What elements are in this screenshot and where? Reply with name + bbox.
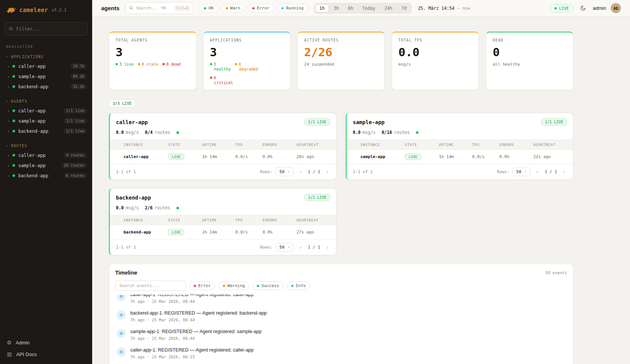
state-badge: LIVE <box>405 154 421 160</box>
sidebar-item-badge: 10.7k <box>70 63 87 69</box>
next-page-button[interactable]: › <box>323 168 332 176</box>
sidebar-item-badge: 6 routes <box>63 173 87 178</box>
stat-sub-word: healthy <box>210 67 231 71</box>
range-end: now <box>462 6 470 11</box>
avatar[interactable]: AD <box>611 3 621 13</box>
event-item[interactable]: ⚙ caller-app-1: REGISTERED — Agent regis… <box>115 295 567 307</box>
events-list[interactable]: ⚙ caller-app-1: REGISTERED — Agent regis… <box>115 295 567 364</box>
prev-page-button[interactable]: ‹ <box>296 243 305 252</box>
warning-dot <box>223 285 225 287</box>
sidebar-item-label: sample-app <box>18 163 58 168</box>
routes-value: 0/4 <box>145 130 153 135</box>
filter-chip-error[interactable]: Error <box>248 4 274 12</box>
instance-name: backend-app <box>120 225 165 240</box>
app-panel-metrics: 0.0msg/s 0/16routes <box>347 129 573 140</box>
sidebar-item-label: caller-app <box>18 153 60 158</box>
next-page-button[interactable]: › <box>323 243 332 252</box>
prev-page-button[interactable]: ‹ <box>533 168 542 176</box>
stat-label: TOTAL TPS <box>398 38 472 42</box>
tps-unit: msg/s <box>126 205 139 210</box>
rows-per-page-select[interactable]: 50 ▾ <box>276 243 293 252</box>
stat-value: 3 <box>210 46 284 58</box>
tps-unit: msg/s <box>363 130 376 135</box>
sidebar-item-agents-sample-app[interactable]: ▸ sample-app 1/1 live <box>0 116 92 126</box>
range-button-today[interactable]: Today <box>358 4 380 12</box>
column-header: ERRORS <box>496 140 530 150</box>
filter-chip-warn[interactable]: Warn <box>221 4 245 12</box>
dark-mode-toggle[interactable] <box>578 3 588 14</box>
sidebar-item-badge: 32.2k <box>70 84 87 89</box>
rows-per-page-value: 50 <box>279 169 284 174</box>
column-header: ERRORS <box>259 140 293 150</box>
sidebar-filter-input[interactable] <box>16 26 83 32</box>
rows-per-page-select[interactable]: 50 ▾ <box>513 167 530 176</box>
sidebar-item-agents-backend-app[interactable]: ▸ backend-app 1/1 live <box>0 126 92 136</box>
stat-value: 0 <box>493 46 567 58</box>
sidebar-item-agents-caller-app[interactable]: ▸ caller-app 1/1 live <box>0 106 92 116</box>
chevron-right-icon: ▸ <box>8 65 9 68</box>
main-area: agents Ctrl+K OK Warn Error Ru <box>92 0 630 364</box>
event-item[interactable]: ⚙ sample-app-1: REGISTERED — Agent regis… <box>115 326 567 344</box>
sidebar-section-applications: ▾ APPLICATIONS ▸ caller-app 10.7k ▸ samp… <box>0 53 92 92</box>
timeline-controls: Error Warning Success Info <box>115 281 567 291</box>
stat-sub-num: 0 <box>239 62 241 66</box>
chevron-down-icon: ▾ <box>288 246 290 249</box>
sidebar-item-applications-caller-app[interactable]: ▸ caller-app 10.7k <box>0 61 92 71</box>
stat-sub: 3 live <box>119 62 134 66</box>
global-search-input[interactable] <box>136 6 171 11</box>
event-filter-error[interactable]: Error <box>189 281 215 290</box>
sidebar-item-applications-sample-app[interactable]: ▸ sample-app 84.1k <box>0 71 92 81</box>
sidebar-item-routes-caller-app[interactable]: ▸ caller-app 4 routes <box>0 150 92 160</box>
column-header: INSTANCE <box>357 140 402 150</box>
chevron-right-icon: ▸ <box>8 174 9 178</box>
instance-row[interactable]: caller-app LIVE 1h 14m 0.0/s 0.0% 20s ag… <box>110 150 336 164</box>
timeline-title: Timeline <box>115 270 137 276</box>
degraded-dot <box>235 63 237 65</box>
instances-table: INSTANCE STATE UPTIME TPS ERRORS HEARTBE… <box>110 140 336 164</box>
rows-per-page-select[interactable]: 50 ▾ <box>276 167 293 176</box>
event-filter-warning[interactable]: Warning <box>218 281 249 290</box>
sidebar-item-label: backend-app <box>18 129 60 134</box>
event-item[interactable]: ⚙ caller-app-1: REGISTERED — Agent regis… <box>115 344 567 362</box>
stat-label: ACTIVE ROUTES <box>304 38 378 42</box>
next-page-button[interactable]: › <box>560 168 568 176</box>
section-header-agents[interactable]: ▾ AGENTS <box>0 98 92 106</box>
range-button-24h[interactable]: 24h <box>380 4 397 12</box>
topbar: agents Ctrl+K OK Warn Error Ru <box>92 0 630 17</box>
app-version: v3.2.1 <box>51 8 66 12</box>
app-name: cameleer <box>19 7 48 14</box>
live-summary-badge: 3/3 LIVE <box>109 99 136 108</box>
dead-dot <box>162 63 165 65</box>
range-button-1h[interactable]: 1h <box>315 4 329 12</box>
filter-chip-running[interactable]: Running <box>277 4 308 12</box>
event-filter-info[interactable]: Info <box>287 281 310 290</box>
chip-label: Running <box>286 6 303 11</box>
events-search-input[interactable] <box>115 281 186 291</box>
sidebar-item-applications-backend-app[interactable]: ▸ backend-app 32.2k <box>0 81 92 92</box>
sidebar: cameleer v3.2.1 NAVIGATION ▾ APPLICATION… <box>0 0 92 364</box>
sidebar-item-api-docs[interactable]: API Docs <box>7 352 85 357</box>
range-button-6h[interactable]: 6h <box>344 4 357 12</box>
state-badge: LIVE <box>168 154 184 160</box>
instance-row[interactable]: sample-app LIVE 1h 14m 0.0/s 0.0% 22s ag… <box>347 150 573 164</box>
section-title: ROUTES <box>11 144 27 148</box>
filter-chip-ok[interactable]: OK <box>199 4 218 12</box>
section-header-routes[interactable]: ▾ ROUTES <box>0 142 92 150</box>
range-button-7d[interactable]: 7d <box>397 4 411 12</box>
sidebar-item-routes-sample-app[interactable]: ▸ sample-app 16 routes <box>0 160 92 170</box>
prev-page-button[interactable]: ‹ <box>296 168 305 176</box>
chip-label: Info <box>296 283 306 288</box>
instance-row[interactable]: backend-app LIVE 1h 14m 0.0/s 0.0% 27s a… <box>110 225 336 240</box>
sidebar-item-admin[interactable]: ⚙ Admin <box>7 339 85 346</box>
section-header-applications[interactable]: ▾ APPLICATIONS <box>0 53 92 61</box>
chevron-down-icon: ▾ <box>6 100 8 103</box>
column-header: UPTIME <box>199 215 232 225</box>
event-item[interactable]: ⚙ backend-app-1: REGISTERED — Agent regi… <box>115 307 567 326</box>
instances-table: INSTANCE STATE UPTIME TPS ERRORS HEARTBE… <box>347 140 573 164</box>
range-button-3h[interactable]: 3h <box>329 4 343 12</box>
app-panel-caller-app: caller-app 1/1 LIVE 0.0msg/s 0/4routes I… <box>109 113 337 180</box>
sidebar-item-routes-backend-app[interactable]: ▸ backend-app 6 routes <box>0 170 92 181</box>
uptime-cell: 1h 14m <box>199 150 232 164</box>
logo[interactable]: cameleer v3.2.1 <box>0 5 92 15</box>
event-filter-success[interactable]: Success <box>252 281 283 290</box>
